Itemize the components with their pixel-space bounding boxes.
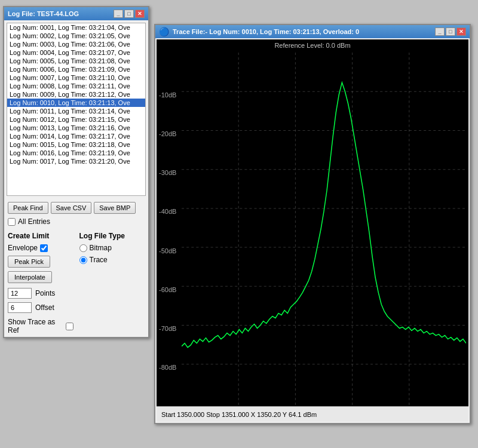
db-label-10: -10dB [159, 91, 176, 99]
trace-maximize-button[interactable]: □ [446, 27, 455, 36]
trace-window-title: Trace File:- Log Num: 0010, Log Time: 03… [173, 28, 359, 35]
all-entries-checkbox[interactable] [8, 218, 16, 226]
db-label-20: -20dB [159, 130, 176, 137]
log-item[interactable]: Log Num: 0015, Log Time: 03:21:18, Ove [7, 140, 145, 149]
log-file-type-title: Log File Type [79, 232, 145, 240]
log-item[interactable]: Log Num: 0007, Log Time: 03:21:10, Ove [7, 73, 145, 82]
chart-with-labels: -10dB -20dB -30dB -40dB -50dB -60dB -70d… [157, 53, 468, 406]
log-item[interactable]: Log Num: 0016, Log Time: 03:21:19, Ove [7, 149, 145, 157]
spectrum-chart [182, 53, 466, 406]
db-label-50: -50dB [159, 247, 176, 254]
peak-pick-row: Peak Pick [8, 256, 73, 268]
close-button[interactable]: ✕ [135, 10, 145, 18]
log-item[interactable]: Log Num: 0013, Log Time: 03:21:16, Ove [7, 124, 145, 132]
log-window-titlebar: Log File: TEST-44.LOG _ □ ✕ [4, 7, 148, 20]
offset-label: Offset [35, 303, 54, 312]
db-label-30: -30dB [159, 169, 176, 176]
log-entry-list[interactable]: Log Num: 0001, Log Time: 03:21:04, OveLo… [7, 23, 146, 196]
peak-pick-button[interactable]: Peak Pick [8, 256, 50, 268]
bitmap-option: Bitmap [79, 244, 145, 252]
chart-svg-container [182, 53, 466, 406]
log-window-controls: _ □ ✕ [114, 10, 145, 18]
save-bmp-button[interactable]: Save BMP [94, 202, 136, 214]
log-item[interactable]: Log Num: 0008, Log Time: 03:21:11, Ove [7, 82, 145, 90]
trace-radio[interactable] [79, 256, 87, 264]
bitmap-label: Bitmap [90, 244, 112, 252]
envelope-row: Envelope [8, 244, 73, 252]
log-item[interactable]: Log Num: 0004, Log Time: 03:21:07, Ove [7, 48, 145, 57]
create-limit-title: Create Limit [8, 232, 73, 240]
interpolate-row: Interpolate [8, 271, 73, 283]
db-label-70: -70dB [159, 325, 176, 332]
peak-find-button[interactable]: Peak Find [8, 202, 48, 214]
show-trace-label: Show Trace as Ref [8, 318, 62, 335]
action-buttons-row: Peak Find Save CSV Save BMP [8, 202, 145, 214]
trace-icon: 🔵 [159, 27, 169, 36]
spectrum-line [182, 82, 466, 347]
radio-group: Bitmap Trace [79, 244, 145, 264]
log-window-title: Log File: TEST-44.LOG [8, 10, 79, 17]
log-item[interactable]: Log Num: 0001, Log Time: 03:21:04, Ove [7, 23, 145, 32]
reference-level: Reference Level: 0.0 dBm [271, 41, 354, 50]
db-label-60: -60dB [159, 286, 176, 293]
log-item[interactable]: Log Num: 0012, Log Time: 03:21:15, Ove [7, 115, 145, 124]
trace-window-controls: _ □ ✕ [435, 27, 466, 36]
trace-close-button[interactable]: ✕ [456, 27, 466, 36]
interpolate-button[interactable]: Interpolate [8, 271, 52, 283]
envelope-label: Envelope [8, 244, 38, 252]
trace-content-area: Reference Level: 0.0 dBm -10dB -20dB -30… [157, 39, 468, 422]
log-item[interactable]: Log Num: 0005, Log Time: 03:21:08, Ove [7, 57, 145, 65]
log-item[interactable]: Log Num: 0010, Log Time: 03:21:13, Ove [7, 99, 145, 107]
trace-option: Trace [79, 256, 145, 264]
all-entries-label: All Entries [18, 217, 50, 226]
offset-input[interactable] [8, 302, 32, 313]
log-controls-panel: Peak Find Save CSV Save BMP All Entries … [4, 198, 148, 337]
log-item[interactable]: Log Num: 0006, Log Time: 03:21:09, Ove [7, 65, 145, 73]
envelope-checkbox[interactable] [40, 244, 48, 252]
log-item[interactable]: Log Num: 0011, Log Time: 03:21:14, Ove [7, 107, 145, 115]
maximize-button[interactable]: □ [124, 10, 134, 18]
trace-minimize-button[interactable]: _ [435, 27, 445, 36]
trace-window-titlebar: 🔵 Trace File:- Log Num: 0010, Log Time: … [155, 25, 470, 38]
offset-row: Offset [8, 302, 73, 313]
log-file-window: Log File: TEST-44.LOG _ □ ✕ Log Num: 000… [3, 6, 149, 338]
show-trace-checkbox[interactable] [66, 323, 73, 330]
save-csv-button[interactable]: Save CSV [51, 202, 92, 214]
bitmap-radio[interactable] [79, 244, 87, 252]
trace-window: 🔵 Trace File:- Log Num: 0010, Log Time: … [154, 24, 471, 424]
log-item[interactable]: Log Num: 0017, Log Time: 03:21:20, Ove [7, 157, 145, 165]
points-label: Points [35, 289, 55, 297]
db-label-40: -40dB [159, 208, 176, 215]
db-labels-column: -10dB -20dB -30dB -40dB -50dB -60dB -70d… [159, 53, 180, 406]
trace-title-area: 🔵 Trace File:- Log Num: 0010, Log Time: … [159, 27, 359, 36]
db-label-80: -80dB [159, 364, 176, 371]
create-limit-section: Create Limit Envelope Peak Pick Interpol… [8, 232, 73, 335]
points-row: Points [8, 288, 73, 299]
log-item[interactable]: Log Num: 0003, Log Time: 03:21:06, Ove [7, 40, 145, 48]
trace-label: Trace [90, 256, 108, 264]
minimize-button[interactable]: _ [114, 10, 123, 18]
all-entries-row: All Entries [8, 217, 145, 226]
log-item[interactable]: Log Num: 0014, Log Time: 03:21:17, Ove [7, 132, 145, 140]
show-trace-row: Show Trace as Ref [8, 318, 73, 335]
log-item[interactable]: Log Num: 0002, Log Time: 03:21:05, Ove [7, 32, 145, 40]
log-file-type-section: Log File Type Bitmap Trace [79, 232, 145, 335]
status-bar: Start 1350.000 Stop 1351.000 X 1350.20 Y… [157, 406, 468, 422]
log-item[interactable]: Log Num: 0009, Log Time: 03:21:12, Ove [7, 90, 145, 99]
points-input[interactable] [8, 288, 32, 299]
bottom-section: Create Limit Envelope Peak Pick Interpol… [8, 232, 145, 335]
